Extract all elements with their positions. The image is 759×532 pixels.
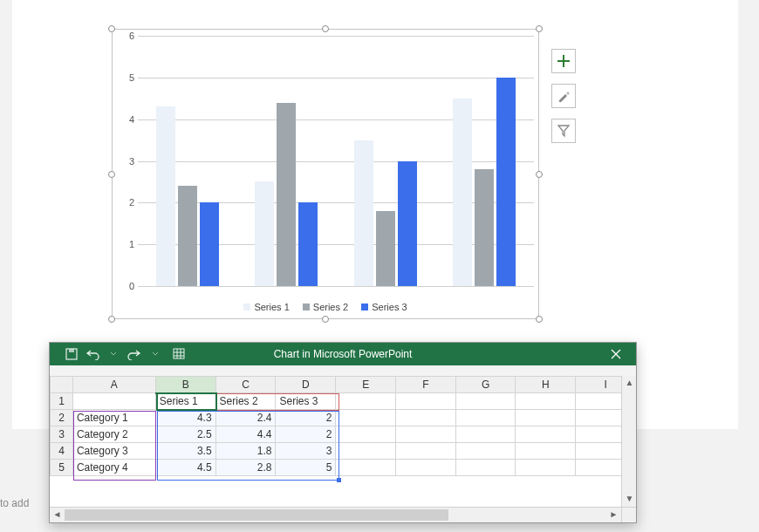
cell-E2[interactable] [336,410,396,426]
bar-series3[interactable] [298,202,318,286]
bar-series2[interactable] [277,103,296,286]
scroll-left-arrow[interactable]: ◄ [50,508,65,523]
cell-B4[interactable]: 3.5 [155,443,215,460]
cell-A4[interactable]: Category 3 [72,443,155,460]
cell-H1[interactable] [516,393,576,410]
resize-handle-tl[interactable] [108,25,115,32]
bar-series3[interactable] [200,202,219,286]
cell-A3[interactable]: Category 2 [72,426,155,443]
cell-E3[interactable] [336,426,396,443]
redo-dropdown-icon[interactable] [147,346,163,362]
col-header-F[interactable]: F [396,377,456,393]
cell-D2[interactable]: 2 [276,410,336,426]
scroll-right-arrow[interactable]: ► [606,508,621,523]
chart-filters-button[interactable] [551,119,576,143]
col-header-D[interactable]: D [276,377,336,393]
row-header-2[interactable]: 2 [51,410,73,426]
cell-F1[interactable] [396,393,456,410]
close-button[interactable] [601,343,631,365]
resize-handle-b[interactable] [322,316,329,323]
row-header-5[interactable]: 5 [51,460,73,476]
range-resize-handle[interactable] [337,478,341,482]
bar-group[interactable] [354,140,417,286]
cell-H2[interactable] [516,410,576,426]
save-icon[interactable] [64,346,79,362]
cell-F3[interactable] [396,426,456,443]
row-header-1[interactable]: 1 [51,393,73,410]
undo-icon[interactable] [85,346,100,362]
cell-E1[interactable] [336,393,396,410]
bar-series1[interactable] [255,181,274,286]
cell-G5[interactable] [455,460,516,476]
row-header-4[interactable]: 4 [51,443,73,460]
undo-dropdown-icon[interactable] [106,346,121,362]
excel-titlebar[interactable]: Chart in Microsoft PowerPoint [50,343,636,365]
bar-group[interactable] [255,103,318,286]
cell-F4[interactable] [396,443,456,460]
cell-G3[interactable] [455,426,516,443]
cell-B3[interactable]: 2.5 [155,426,215,443]
cell-B5[interactable]: 4.5 [155,460,215,476]
col-header-B[interactable]: B [155,377,215,393]
col-header-A[interactable]: A [72,377,155,393]
cell-C3[interactable]: 4.4 [215,426,276,443]
cell-D5[interactable]: 5 [276,460,336,476]
bar-series1[interactable] [156,106,175,286]
bar-series2[interactable] [178,186,197,286]
bar-group[interactable] [156,106,219,286]
chart-styles-button[interactable] [551,84,576,108]
cell-D3[interactable]: 2 [276,426,336,443]
resize-handle-br[interactable] [536,316,543,323]
cell-F5[interactable] [396,460,456,476]
cell-A1[interactable] [72,393,155,410]
cell-C1[interactable]: Series 2 [215,393,276,410]
cell-C2[interactable]: 2.4 [215,410,276,426]
cell-D1[interactable]: Series 3 [276,393,336,410]
bar-series2[interactable] [475,169,494,286]
hscroll-thumb[interactable] [65,509,448,521]
cell-E4[interactable] [336,443,396,460]
edit-data-icon[interactable] [172,346,188,362]
cell-F2[interactable] [396,410,456,426]
resize-handle-t[interactable] [322,25,329,32]
cell-H4[interactable] [516,443,576,460]
cell-G4[interactable] [455,443,516,460]
cell-G2[interactable] [455,410,516,426]
cell-C4[interactable]: 1.8 [215,443,276,460]
bar-series2[interactable] [376,211,395,286]
resize-handle-bl[interactable] [108,316,115,323]
resize-handle-tr[interactable] [536,25,543,32]
plot-area[interactable]: 0123456 [138,36,534,286]
scroll-down-arrow[interactable]: ▼ [622,492,637,507]
vertical-scrollbar[interactable]: ▲ ▼ [621,376,636,507]
col-header-E[interactable]: E [336,377,396,393]
col-header-G[interactable]: G [455,377,516,393]
col-header-H[interactable]: H [516,377,576,393]
resize-handle-l[interactable] [108,171,115,178]
bar-series3[interactable] [496,78,516,286]
cell-C5[interactable]: 2.8 [215,460,276,476]
cell-B2[interactable]: 4.3 [155,410,215,426]
chart-legend[interactable]: Series 1 Series 2 Series 3 [112,301,539,312]
cell-H5[interactable] [516,460,576,476]
excel-data-window[interactable]: Chart in Microsoft PowerPoint ABCDEFGHI1… [49,342,637,523]
col-header-C[interactable]: C [215,377,276,393]
scroll-up-arrow[interactable]: ▲ [622,376,637,391]
row-header-3[interactable]: 3 [51,426,73,443]
cell-A5[interactable]: Category 4 [72,460,155,476]
cell-G1[interactable] [455,393,516,410]
redo-icon[interactable] [126,346,142,362]
cell-B1[interactable]: Series 1 [155,393,215,410]
chart-elements-button[interactable] [551,49,576,73]
cell-H3[interactable] [516,426,576,443]
cell-D4[interactable]: 3 [276,443,336,460]
cell-E5[interactable] [336,460,396,476]
cell-A2[interactable]: Category 1 [72,410,155,426]
select-all-cell[interactable] [51,377,73,393]
bar-series1[interactable] [453,99,472,286]
chart-object[interactable]: 0123456 Series 1 Series 2 Series 3 [112,29,539,319]
resize-handle-r[interactable] [536,171,543,178]
bar-series1[interactable] [354,140,373,286]
spreadsheet-grid[interactable]: ABCDEFGHI1Series 1Series 2Series 32Categ… [50,376,636,476]
horizontal-scrollbar[interactable]: ◄ ► [50,507,621,522]
